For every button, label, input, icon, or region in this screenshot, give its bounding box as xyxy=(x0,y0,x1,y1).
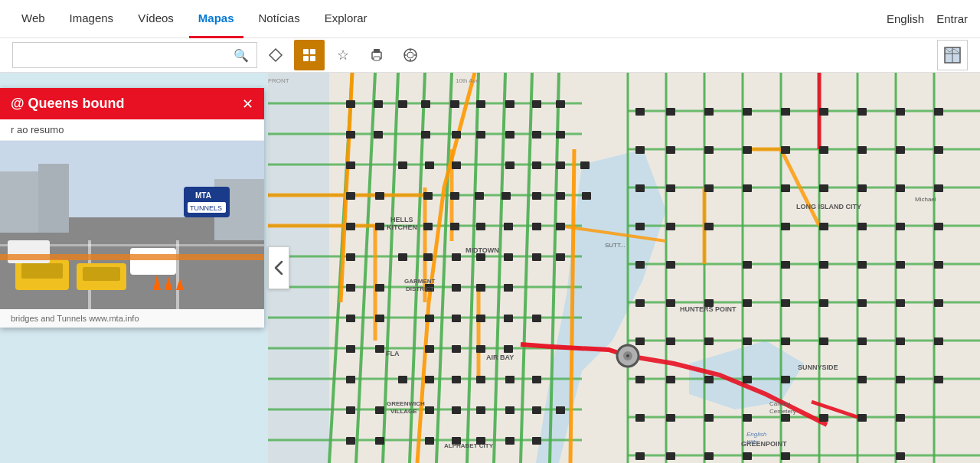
svg-rect-213 xyxy=(666,299,675,307)
svg-rect-124 xyxy=(476,253,485,261)
svg-rect-92 xyxy=(505,131,514,139)
nav-mapas[interactable]: Mapas xyxy=(189,0,243,38)
map-style-group xyxy=(937,40,968,70)
svg-rect-197 xyxy=(666,223,675,230)
popup-image[interactable]: MTA TUNNELS xyxy=(0,141,264,309)
directions-button[interactable] xyxy=(260,40,291,70)
svg-text:HELLS: HELLS xyxy=(390,216,413,223)
svg-rect-177 xyxy=(934,108,943,116)
svg-rect-181 xyxy=(743,146,752,154)
svg-rect-235 xyxy=(858,376,867,383)
svg-rect-239 xyxy=(666,414,675,422)
svg-rect-96 xyxy=(398,161,407,169)
svg-rect-106 xyxy=(450,192,459,200)
share-button[interactable] xyxy=(395,40,426,70)
svg-text:AIR BAY: AIR BAY xyxy=(486,354,514,361)
svg-rect-171 xyxy=(704,108,714,116)
popup-subtext[interactable]: r ao resumo xyxy=(0,119,264,141)
svg-text:MIDTOWN: MIDTOWN xyxy=(466,246,499,254)
search-input[interactable] xyxy=(19,49,234,61)
svg-rect-207 xyxy=(781,261,790,269)
svg-rect-230 xyxy=(635,376,645,383)
svg-rect-135 xyxy=(375,315,384,322)
svg-rect-100 xyxy=(532,161,541,169)
svg-text:SUTT...: SUTT... xyxy=(605,242,626,249)
svg-rect-103 xyxy=(346,192,355,200)
svg-rect-203 xyxy=(934,223,943,230)
svg-rect-105 xyxy=(423,192,433,200)
svg-rect-174 xyxy=(819,108,828,116)
svg-rect-168 xyxy=(532,437,541,445)
svg-rect-136 xyxy=(425,315,434,322)
svg-rect-210 xyxy=(896,261,905,269)
map-container[interactable]: HELLS KITCHEN MIDTOWN GARMENT DISTRICT G… xyxy=(0,73,980,463)
svg-rect-80 xyxy=(398,100,407,108)
search-submit-button[interactable]: 🔍 xyxy=(234,48,249,63)
svg-rect-101 xyxy=(556,161,565,169)
svg-rect-192 xyxy=(819,184,828,192)
svg-rect-125 xyxy=(504,253,513,261)
svg-rect-288 xyxy=(176,240,179,309)
nav-imagens[interactable]: Imagens xyxy=(60,0,123,38)
svg-rect-89 xyxy=(421,131,430,139)
svg-rect-232 xyxy=(704,376,714,383)
nav-noticias[interactable]: Notícias xyxy=(250,0,309,38)
nav-videos[interactable]: Vídeos xyxy=(129,0,183,38)
svg-rect-199 xyxy=(781,223,790,230)
svg-rect-216 xyxy=(781,299,790,307)
svg-rect-229 xyxy=(934,337,943,345)
svg-rect-238 xyxy=(635,414,645,422)
favorites-button[interactable]: ☆ xyxy=(328,40,358,70)
svg-rect-110 xyxy=(556,192,565,200)
svg-rect-196 xyxy=(635,223,645,230)
svg-rect-159 xyxy=(505,406,514,414)
svg-text:Calvary: Calvary xyxy=(769,400,790,407)
svg-rect-162 xyxy=(346,437,355,445)
svg-rect-79 xyxy=(374,100,383,108)
svg-rect-158 xyxy=(476,406,485,414)
svg-rect-141 xyxy=(346,345,355,353)
svg-rect-140 xyxy=(532,315,541,322)
svg-rect-143 xyxy=(425,345,434,353)
svg-text:ALPHABET CITY: ALPHABET CITY xyxy=(444,442,494,449)
language-selector[interactable]: English xyxy=(887,12,924,25)
svg-rect-85 xyxy=(532,100,541,108)
svg-rect-198 xyxy=(704,223,714,230)
svg-rect-127 xyxy=(556,253,565,261)
svg-rect-204 xyxy=(635,261,645,269)
svg-rect-194 xyxy=(896,184,905,192)
print-button[interactable] xyxy=(361,40,392,70)
svg-rect-102 xyxy=(580,161,590,169)
svg-rect-223 xyxy=(704,337,714,345)
svg-rect-121 xyxy=(398,253,407,261)
svg-rect-81 xyxy=(421,100,430,108)
svg-rect-157 xyxy=(452,406,461,414)
svg-rect-131 xyxy=(452,284,461,292)
svg-rect-123 xyxy=(452,253,461,261)
nav-explorar[interactable]: Explorar xyxy=(315,0,377,38)
popup-close-button[interactable]: ✕ xyxy=(242,97,253,111)
nav-web[interactable]: Web xyxy=(12,0,54,38)
svg-marker-0 xyxy=(270,49,282,61)
login-button[interactable]: Entrar xyxy=(936,12,968,25)
svg-rect-2 xyxy=(310,49,315,54)
svg-rect-205 xyxy=(666,261,675,269)
svg-rect-137 xyxy=(452,315,461,322)
svg-rect-90 xyxy=(452,131,461,139)
svg-rect-3 xyxy=(303,56,309,61)
map-back-button[interactable] xyxy=(268,246,289,289)
svg-rect-195 xyxy=(934,184,943,192)
svg-rect-243 xyxy=(819,414,828,422)
svg-rect-208 xyxy=(819,261,828,269)
svg-rect-108 xyxy=(501,192,511,200)
svg-text:SUNNYSIDE: SUNNYSIDE xyxy=(798,364,838,371)
incidents-button[interactable] xyxy=(294,40,325,70)
svg-text:LONG ISLAND CITY: LONG ISLAND CITY xyxy=(796,203,861,210)
svg-rect-151 xyxy=(476,376,485,383)
svg-rect-294 xyxy=(130,248,176,275)
svg-rect-145 xyxy=(476,345,485,353)
map-style-button[interactable] xyxy=(937,40,968,70)
svg-rect-228 xyxy=(896,337,905,345)
svg-text:English: English xyxy=(746,431,767,438)
svg-rect-117 xyxy=(504,223,513,230)
